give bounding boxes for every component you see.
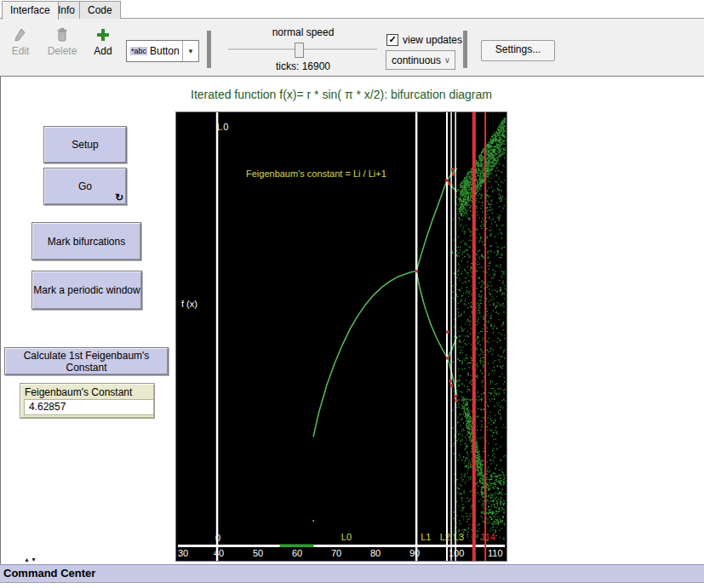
pencil-icon — [2, 26, 39, 43]
mark-periodic-window-label: Mark a periodic window — [33, 284, 140, 296]
svg-text:30: 30 — [178, 548, 188, 558]
chevron-down-icon: ∨ — [444, 55, 455, 65]
add-button[interactable]: Add — [84, 26, 122, 57]
svg-text:114: 114 — [480, 532, 495, 542]
bifurcation-plot: 1.00f (x)Feigenbaum's constant = Li / Li… — [175, 111, 507, 562]
svg-text:100: 100 — [449, 548, 464, 558]
tab-code[interactable]: Code — [79, 1, 121, 19]
mark-bifurcations-button[interactable]: Mark bifurcations — [31, 222, 141, 260]
svg-text:60: 60 — [292, 548, 302, 558]
svg-text:Feigenbaum's constant = Li / L: Feigenbaum's constant = Li / Li+1 — [246, 168, 386, 179]
svg-text:40: 40 — [214, 548, 224, 558]
svg-text:50: 50 — [253, 548, 263, 558]
svg-text:f (x): f (x) — [181, 299, 197, 309]
toolbar: Edit Delete Add *abc Butto — [0, 19, 704, 77]
setup-label: Setup — [72, 139, 98, 151]
widget-type-dropdown[interactable]: *abc Button ▼ — [126, 40, 199, 62]
update-mode-value: continuous — [386, 54, 444, 66]
add-label: Add — [84, 45, 122, 57]
calculate-feigenbaum-label: Calculate 1st Feigenbaum's Constant — [5, 350, 168, 374]
svg-text:L0: L0 — [341, 532, 352, 542]
command-center-splitter[interactable]: ▲▼ — [24, 557, 37, 562]
mark-bifurcations-label: Mark bifurcations — [48, 236, 125, 248]
tab-bar: Interface Info Code — [0, 0, 704, 19]
tab-interface[interactable]: Interface — [2, 1, 59, 20]
view-updates-label: view updates — [403, 34, 462, 46]
speed-slider-thumb[interactable] — [295, 43, 304, 58]
update-mode-dropdown[interactable]: continuous ∨ — [386, 50, 455, 70]
toolbar-separator — [463, 31, 467, 68]
command-center-bar[interactable]: Command Center — [0, 564, 704, 583]
svg-text:110: 110 — [488, 548, 503, 558]
speed-label: normal speed — [230, 26, 376, 38]
trash-icon — [43, 26, 81, 43]
calculate-feigenbaum-button[interactable]: Calculate 1st Feigenbaum's Constant — [4, 347, 169, 375]
abc-widget-icon: *abc — [130, 47, 147, 55]
delete-button[interactable]: Delete — [43, 26, 81, 57]
svg-text:0: 0 — [215, 533, 220, 543]
plot-title: Iterated function f(x)= r * sin( π * x/2… — [175, 88, 507, 101]
svg-text:L1: L1 — [421, 532, 431, 542]
svg-text:90: 90 — [409, 548, 420, 558]
view-updates-checkbox[interactable]: ✓ — [386, 34, 398, 46]
widget-type-value: Button — [150, 45, 182, 57]
command-center-title: Command Center — [0, 565, 704, 579]
settings-button[interactable]: Settings... — [481, 40, 555, 61]
svg-text:L3: L3 — [454, 532, 464, 542]
forever-icon: ↻ — [115, 191, 123, 203]
svg-text:L2: L2 — [440, 532, 450, 542]
svg-text:70: 70 — [331, 548, 341, 558]
toolbar-separator — [207, 31, 211, 68]
view-updates-control: ✓ view updates — [386, 34, 462, 46]
monitor-label: Feigenbaum's Constant — [20, 384, 154, 399]
setup-button[interactable]: Setup — [43, 126, 127, 163]
plus-icon — [84, 26, 122, 43]
chevron-down-icon: ▼ — [182, 41, 198, 61]
edit-button[interactable]: Edit — [2, 26, 39, 57]
edit-label: Edit — [2, 45, 39, 57]
netlogo-window: Interface Info Code Edit Delete — [0, 0, 704, 588]
monitor-value: 4.62857 — [24, 399, 154, 415]
mark-periodic-window-button[interactable]: Mark a periodic window — [31, 271, 142, 310]
svg-text:1.0: 1.0 — [215, 122, 228, 132]
plot-canvas: 1.00f (x)Feigenbaum's constant = Li / Li… — [176, 112, 507, 561]
interface-canvas: Setup Go ↻ Mark bifurcations Mark a peri… — [0, 77, 704, 564]
svg-text:80: 80 — [370, 548, 381, 558]
go-label: Go — [78, 180, 92, 192]
go-button[interactable]: Go ↻ — [43, 168, 127, 205]
delete-label: Delete — [43, 45, 81, 57]
ticks-counter: ticks: 16900 — [230, 60, 376, 72]
feigenbaum-monitor: Feigenbaum's Constant 4.62857 — [20, 383, 155, 419]
